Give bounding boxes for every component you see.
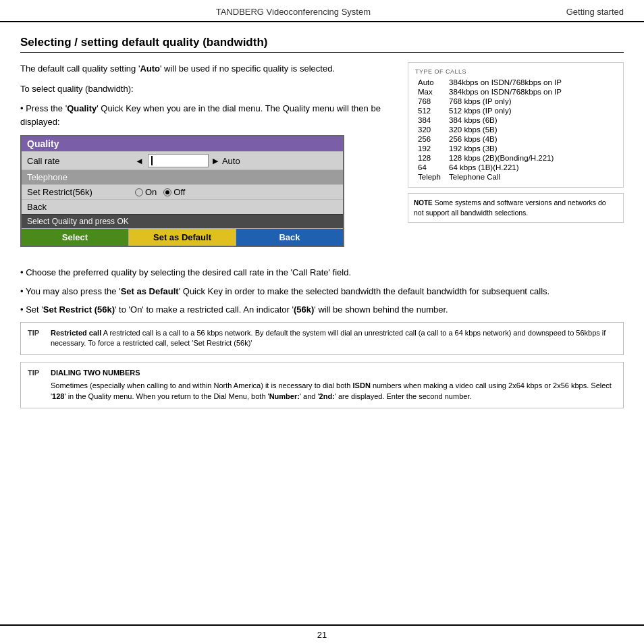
restrict-off-label: Off (173, 187, 185, 197)
type-row-value: 384 kbps (6B) (446, 115, 616, 125)
type-row-value: 512 kbps (IP only) (446, 106, 616, 115)
tip2-content: Dialing two numbers Sometimes (especiall… (51, 368, 616, 402)
type-table-row: 192192 kbps (3B) (415, 144, 616, 153)
tip1-label: TIP (28, 328, 44, 350)
note-box: Note Some systems and software versions … (408, 193, 624, 223)
type-row-value: 64 kbps (1B)(H.221) (446, 163, 616, 172)
type-row-label: 512 (415, 106, 446, 115)
quality-bold: Quality (67, 103, 97, 113)
tip2-title: Dialing two numbers (51, 368, 616, 379)
type-of-calls-title: Type of Calls (415, 68, 616, 75)
intro-left: The default call quality setting 'Auto' … (20, 62, 394, 257)
section-title: Selecting / setting default quality (ban… (20, 36, 624, 53)
tip1-content: Restricted call A restricted call is a c… (51, 328, 616, 350)
type-row-label: 384 (415, 115, 446, 125)
56k-bold: (56k) (294, 304, 314, 315)
tip2-label: TIP (28, 368, 44, 402)
type-row-label: 192 (415, 144, 446, 153)
type-table-row: 320320 kbps (5B) (415, 125, 616, 134)
note-text-content: Some systems and software versions and n… (414, 198, 606, 217)
header-center: TANDBERG Videoconferencing System (216, 7, 371, 17)
type-row-label: Max (415, 87, 446, 97)
type-row-value: 384kbps on ISDN/768kbps on IP (446, 78, 616, 87)
quality-row-telephone: Telephone (22, 169, 343, 184)
tip-box-2: TIP Dialing two numbers Sometimes (espec… (20, 362, 624, 408)
type-table-row: 768768 kbps (IP only) (415, 97, 616, 106)
restrict-label: Set Restrict(56k) (27, 187, 135, 197)
quality-row-callrate: Call rate ◄ ▶ Auto (22, 151, 343, 169)
set-default-button[interactable]: Set as Default (129, 229, 236, 246)
type-row-value: 384kbps on ISDN/768kbps on IP (446, 87, 616, 97)
restrict-off[interactable]: Off (163, 187, 185, 197)
restrict-on[interactable]: On (135, 187, 157, 197)
type-table-row: TelephTelephone Call (415, 172, 616, 182)
set-restrict-bold: Set Restrict (56k) (43, 304, 115, 315)
type-table-row: Auto384kbps on ISDN/768kbps on IP (415, 78, 616, 87)
select-button[interactable]: Select (22, 229, 129, 246)
slider-cursor (151, 156, 153, 165)
left-arrow-icon: ◄ (135, 156, 144, 166)
radio-off-circle (163, 188, 171, 196)
sidebar-right: Type of Calls Auto384kbps on ISDN/768kbp… (408, 62, 624, 257)
quality-status-bar: Select Quality and press OK (22, 214, 343, 228)
main-content: Selecting / setting default quality (ban… (0, 22, 644, 624)
set-as-default-bold: Set as Default (121, 286, 179, 296)
tip-box-1: TIP Restricted call A restricted call is… (20, 322, 624, 356)
type-row-label: 128 (415, 153, 446, 163)
type-row-value: 128 kbps (2B)(Bonding/H.221) (446, 153, 616, 163)
callrate-control: ◄ ▶ Auto (135, 154, 240, 167)
body-bullet-2: • You may also press the 'Set as Default… (20, 285, 624, 298)
quality-box: Quality Call rate ◄ ▶ Auto (20, 135, 344, 247)
type-row-value: 320 kbps (5B) (446, 125, 616, 134)
radio-on-circle (135, 188, 143, 196)
right-arrow-icon: ▶ (213, 157, 218, 165)
quality-title-bar: Quality (22, 136, 343, 151)
type-table: Auto384kbps on ISDN/768kbps on IPMax384k… (415, 78, 616, 182)
header-right: Getting started (566, 7, 624, 17)
back-button[interactable]: Back (236, 229, 343, 246)
type-table-row: Max384kbps on ISDN/768kbps on IP (415, 87, 616, 97)
page-number: 21 (317, 630, 327, 640)
auto-bold: Auto (140, 63, 160, 74)
type-of-calls-box: Type of Calls Auto384kbps on ISDN/768kbp… (408, 62, 624, 188)
type-row-label: Teleph (415, 172, 446, 182)
callrate-value: Auto (222, 156, 240, 166)
note-label: Note (414, 199, 433, 207)
callrate-label: Call rate (27, 156, 135, 166)
quality-row-back: Back (22, 199, 343, 214)
back-label: Back (27, 202, 135, 212)
type-row-label: 320 (415, 125, 446, 134)
type-row-label: 64 (415, 163, 446, 172)
tip1-restricted-call: Restricted call (51, 329, 101, 337)
type-table-row: 6464 kbps (1B)(H.221) (415, 163, 616, 172)
type-table-row: 128128 kbps (2B)(Bonding/H.221) (415, 153, 616, 163)
type-row-label: 256 (415, 134, 446, 144)
body-bullet-3: • Set 'Set Restrict (56k)' to 'On' to ma… (20, 303, 624, 317)
type-row-value: 256 kbps (4B) (446, 134, 616, 144)
page-wrapper: TANDBERG Videoconferencing System Gettin… (0, 0, 644, 644)
type-row-value: 768 kbps (IP only) (446, 97, 616, 106)
intro-paragraph-1: The default call quality setting 'Auto' … (20, 62, 394, 76)
type-row-label: Auto (415, 78, 446, 87)
intro-row: The default call quality setting 'Auto' … (20, 62, 624, 257)
page-header: TANDBERG Videoconferencing System Gettin… (0, 0, 644, 22)
type-table-row: 384384 kbps (6B) (415, 115, 616, 125)
restrict-radio-group: On Off (135, 187, 185, 197)
type-row-value: 192 kbps (3B) (446, 144, 616, 153)
quality-row-restrict: Set Restrict(56k) On Off (22, 184, 343, 199)
body-bullet-1: • Choose the preferred quality by select… (20, 266, 624, 279)
type-row-value: Telephone Call (446, 172, 616, 182)
intro-paragraph-2: To select quality (bandwidth): (20, 82, 394, 96)
type-table-row: 512512 kbps (IP only) (415, 106, 616, 115)
quality-ui: Quality Call rate ◄ ▶ Auto (20, 135, 394, 247)
intro-paragraph-3: • Press the 'Quality' Quick Key when you… (20, 102, 394, 128)
restrict-on-label: On (145, 187, 157, 197)
type-row-label: 768 (415, 97, 446, 106)
slider-area[interactable] (148, 154, 209, 167)
quality-buttons: Select Set as Default Back (22, 228, 343, 246)
page-footer: 21 (0, 624, 644, 644)
type-table-row: 256256 kbps (4B) (415, 134, 616, 144)
telephone-label: Telephone (27, 172, 135, 182)
